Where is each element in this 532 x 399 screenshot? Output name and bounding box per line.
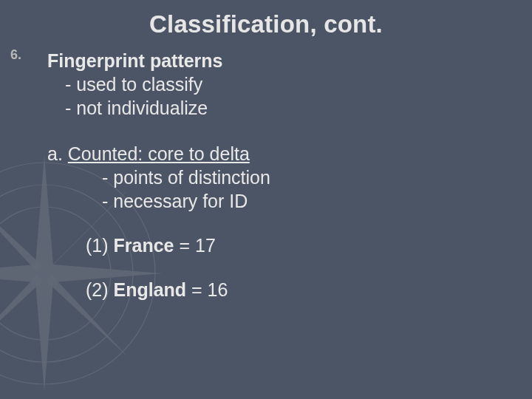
entry-number: (1) — [86, 235, 114, 256]
country-line-england: (2) England = 16 — [86, 278, 510, 301]
sub-item-label: Counted: core to delta — [68, 143, 250, 164]
slide: Classification, cont. 6. Fingerprint pat… — [0, 0, 532, 399]
slide-title: Classification, cont. — [22, 10, 510, 38]
list-number: 6. — [10, 47, 21, 63]
entry-number: (2) — [86, 279, 114, 300]
sub-item-a: a. Counted: core to delta — [47, 142, 510, 166]
country-line-france: (1) France = 17 — [86, 233, 510, 257]
bullet-line: - used to classify — [65, 72, 510, 96]
entry-value: = 17 — [174, 235, 215, 256]
topic-heading: Fingerprint patterns — [47, 49, 510, 72]
country-name: England — [114, 279, 187, 300]
bullet-line: - necessary for ID — [102, 189, 510, 213]
bullet-line: - points of distinction — [102, 166, 510, 189]
slide-content: Fingerprint patterns - used to classify … — [47, 49, 510, 301]
entry-value: = 16 — [186, 279, 228, 300]
bullet-line: - not individualize — [65, 96, 510, 120]
country-name: France — [114, 235, 174, 256]
sub-item-prefix: a. — [47, 143, 68, 164]
